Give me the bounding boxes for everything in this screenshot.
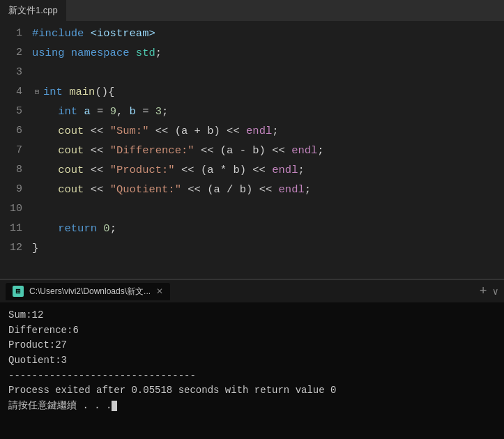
terminal-content: Sum:12Difference:6Product:27Quotient:3--… — [0, 302, 504, 419]
code-token: (){ — [95, 82, 114, 102]
code-token: = — [91, 102, 110, 121]
code-token: "Product:" — [110, 160, 175, 180]
code-token: 9 — [110, 102, 116, 121]
line-number: 3 — [0, 63, 22, 82]
code-token: << — [181, 180, 207, 199]
code-token: ; — [305, 180, 311, 199]
code-token: std — [136, 43, 155, 63]
terminal-tab-bar: ⊞ C:\Users\vivi2\Downloads\新文... ✕ + ∨ — [0, 279, 504, 302]
code-line: } — [32, 238, 504, 258]
code-token: } — [32, 238, 38, 258]
terminal-tab-label: C:\Users\vivi2\Downloads\新文... — [29, 286, 151, 298]
tab-filename: 新文件1.cpp — [8, 4, 58, 17]
code-line: int a = 9, b = 3; — [32, 102, 504, 121]
terminal-close-button[interactable]: ✕ — [156, 286, 163, 296]
code-line: cout << "Sum:" << (a + b) << endl; — [32, 121, 504, 141]
line-number: 7 — [0, 141, 22, 160]
terminal-output-line: Process exited after 0.05518 seconds wit… — [8, 383, 496, 399]
code-token: 0 — [103, 219, 109, 238]
code-line — [32, 63, 504, 82]
code-token: (a - b) — [220, 141, 266, 160]
code-token: main — [69, 82, 95, 102]
line-number: 11 — [0, 219, 22, 238]
terminal-output-line: Quotient:3 — [8, 353, 496, 369]
code-token: ; — [110, 219, 116, 238]
code-line: return 0; — [32, 219, 504, 238]
code-token: << — [252, 180, 278, 199]
code-token: ; — [162, 102, 168, 121]
code-line: ⊟int main(){ — [32, 82, 504, 102]
line-number: 4 — [0, 82, 22, 102]
code-token — [32, 141, 58, 160]
terminal-add-button[interactable]: + — [480, 284, 487, 298]
code-token: ; — [155, 43, 162, 63]
code-token: << — [194, 141, 220, 160]
editor-tab[interactable]: 新文件1.cpp — [0, 0, 66, 21]
code-token: 3 — [155, 102, 162, 121]
code-token — [32, 180, 58, 199]
line-number: 1 — [0, 24, 22, 43]
code-token: ; — [317, 141, 323, 160]
terminal-output-line: Sum:12 — [8, 308, 496, 323]
code-token — [32, 219, 58, 238]
code-token — [32, 121, 58, 141]
code-token: #include — [32, 24, 91, 43]
code-line: cout << "Quotient:" << (a / b) << endl; — [32, 180, 504, 199]
code-line: using namespace std; — [32, 43, 504, 63]
terminal-actions: + ∨ — [480, 284, 498, 298]
code-token: << — [246, 160, 272, 180]
terminal: ⊞ C:\Users\vivi2\Downloads\新文... ✕ + ∨ S… — [0, 279, 504, 439]
code-token: (a / b) — [207, 180, 252, 199]
code-token: ; — [272, 121, 278, 141]
code-token: << — [84, 141, 109, 160]
code-token: (a + b) — [175, 121, 220, 141]
code-line: #include <iostream> — [32, 24, 504, 43]
terminal-icon: ⊞ — [13, 286, 24, 297]
fold-icon[interactable]: ⊟ — [32, 87, 42, 97]
code-token: << — [84, 180, 109, 199]
code-token: = — [136, 102, 155, 121]
terminal-output-line: -------------------------------- — [8, 369, 496, 384]
code-token: cout — [58, 121, 84, 141]
code-token: "Difference:" — [110, 141, 194, 160]
code-token — [32, 160, 58, 180]
code-token: endl — [291, 141, 317, 160]
code-token: << — [266, 141, 291, 160]
code-token: << — [220, 121, 246, 141]
code-token: ; — [298, 160, 304, 180]
code-token: cout — [58, 160, 84, 180]
code-token: << — [148, 121, 174, 141]
code-token: , — [116, 102, 130, 121]
terminal-output-line: 請按任意鍵繼續 . . . — [8, 399, 496, 414]
code-content[interactable]: #include <iostream>using namespace std;⊟… — [29, 24, 504, 258]
code-line: cout << "Difference:" << (a - b) << endl… — [32, 141, 504, 160]
code-token: cout — [58, 141, 84, 160]
terminal-cursor — [112, 401, 117, 411]
code-token: cout — [58, 180, 84, 199]
code-editor: 123456789101112 #include <iostream>using… — [0, 21, 504, 279]
code-token: endl — [279, 180, 305, 199]
line-number: 9 — [0, 180, 22, 199]
terminal-dropdown-button[interactable]: ∨ — [493, 286, 498, 298]
code-line — [32, 199, 504, 219]
line-number: 8 — [0, 160, 22, 180]
editor-tab-bar: 新文件1.cpp — [0, 0, 504, 21]
code-token: (a * b) — [201, 160, 246, 180]
code-token: endl — [272, 160, 298, 180]
terminal-tab[interactable]: ⊞ C:\Users\vivi2\Downloads\新文... ✕ — [6, 283, 170, 300]
code-token: namespace — [71, 43, 136, 63]
line-numbers: 123456789101112 — [0, 24, 29, 258]
code-token: int — [58, 102, 84, 121]
terminal-output-line: Difference:6 — [8, 323, 496, 339]
code-token: << — [84, 160, 109, 180]
code-token: int — [43, 82, 69, 102]
code-token: "Quotient:" — [110, 180, 181, 199]
code-line: cout << "Product:" << (a * b) << endl; — [32, 160, 504, 180]
code-token: b — [130, 102, 136, 121]
code-token: using — [32, 43, 71, 63]
terminal-output-line: Product:27 — [8, 338, 496, 353]
line-number: 10 — [0, 199, 22, 219]
code-token: return — [58, 219, 103, 238]
code-token: "Sum:" — [110, 121, 149, 141]
code-token: << — [84, 121, 109, 141]
